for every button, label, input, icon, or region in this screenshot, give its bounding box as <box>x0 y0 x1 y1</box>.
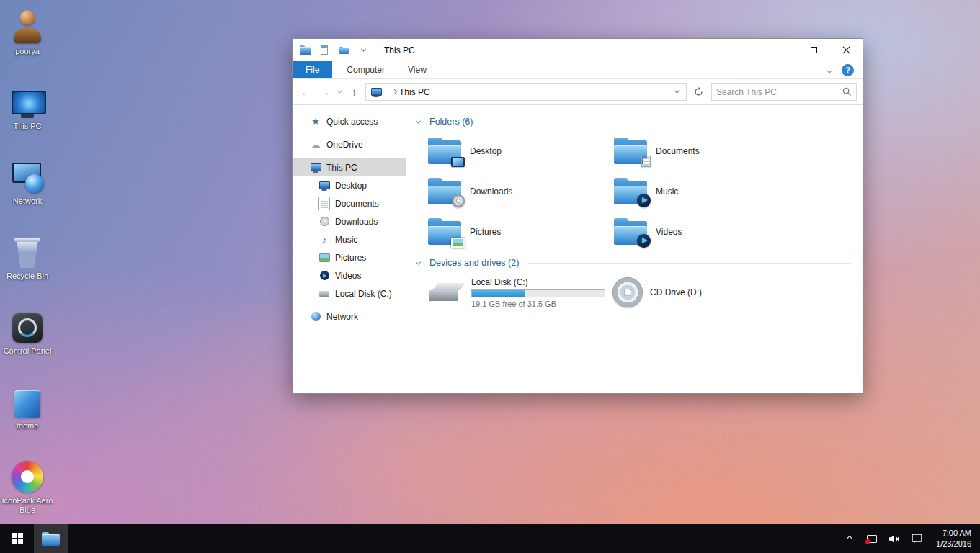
network-globe-icon <box>310 311 321 323</box>
sidebar-label: Videos <box>335 271 361 281</box>
tile-label: Desktop <box>470 146 502 156</box>
breadcrumb[interactable]: This PC <box>399 87 430 97</box>
desktop-icon-network[interactable]: Network <box>0 153 55 228</box>
folder-tile-music[interactable]: Music <box>610 171 796 212</box>
sidebar-item-desktop[interactable]: Desktop <box>293 176 406 194</box>
recent-locations-chevron-icon[interactable] <box>334 90 344 94</box>
search-input[interactable] <box>716 87 842 97</box>
tab-file[interactable]: File <box>293 61 332 78</box>
navigation-pane: Quick access OneDrive This PC Desktop Do… <box>293 105 406 393</box>
this-pc-icon <box>370 86 382 98</box>
desktop-icon-label: Recycle Bin <box>1 271 54 281</box>
desktop-icon-iconpack[interactable]: IconPack Aero Blue <box>0 452 55 527</box>
folder-tile-videos[interactable]: Videos <box>610 212 796 252</box>
drive-label: Local Disk (C:) <box>471 277 605 287</box>
breadcrumb-chevron-icon <box>393 90 396 94</box>
downloads-folder-icon <box>427 177 463 206</box>
tray-expand-chevron-icon[interactable] <box>844 533 855 544</box>
sidebar-item-quick-access[interactable]: Quick access <box>293 112 406 130</box>
windows-logo-icon <box>12 533 23 544</box>
sidebar-item-music[interactable]: Music <box>293 230 406 248</box>
start-button[interactable] <box>0 524 34 553</box>
capacity-fill <box>472 290 525 297</box>
desktop-icon-poorya[interactable]: poorya <box>0 3 55 78</box>
address-bar[interactable]: This PC <box>365 83 687 101</box>
sidebar-item-documents[interactable]: Documents <box>293 194 406 212</box>
music-note-icon <box>318 234 330 246</box>
desktop-icons: poorya This PC Network Recycle Bin Contr… <box>0 3 55 527</box>
tray-volume-muted-icon[interactable] <box>888 533 900 544</box>
desktop-background: poorya This PC Network Recycle Bin Contr… <box>0 0 980 524</box>
sidebar-label: Network <box>326 312 358 322</box>
collapse-chevron-icon[interactable] <box>416 120 427 124</box>
taskbar: 7:00 AM 1/23/2016 <box>0 524 980 553</box>
group-title: Devices and drives (2) <box>429 258 519 268</box>
close-icon <box>842 46 850 54</box>
desktop-icon-label: theme <box>1 421 54 431</box>
drive-tile-local-disk[interactable]: Local Disk (C:) 19.1 GB free of 31.5 GB <box>424 272 610 313</box>
sidebar-item-local-disk[interactable]: Local Disk (C:) <box>293 284 406 302</box>
folders-grid: Desktop Documents Downloads <box>424 131 851 252</box>
window-title: This PC <box>384 45 415 55</box>
close-button[interactable] <box>830 39 863 61</box>
help-button[interactable]: ? <box>842 64 854 76</box>
explorer-app-icon[interactable] <box>300 45 311 55</box>
document-icon <box>318 198 330 210</box>
sidebar-label: Documents <box>335 199 379 209</box>
sidebar-item-downloads[interactable]: Downloads <box>293 212 406 230</box>
sidebar-item-pictures[interactable]: Pictures <box>293 248 406 266</box>
tab-computer[interactable]: Computer <box>335 61 396 78</box>
sidebar-item-this-pc[interactable]: This PC <box>293 158 406 176</box>
folder-tile-documents[interactable]: Documents <box>610 131 796 171</box>
drive-tile-cd[interactable]: CD Drive (D:) <box>610 272 796 313</box>
sidebar-item-videos[interactable]: Videos <box>293 266 406 284</box>
group-title: Folders (6) <box>429 117 473 127</box>
desktop-icon-this-pc[interactable]: This PC <box>0 78 55 153</box>
file-list-area: Folders (6) Desktop Documents <box>406 105 863 393</box>
tab-view[interactable]: View <box>396 61 438 78</box>
computer-icon <box>11 91 44 118</box>
tile-label: Downloads <box>470 186 512 197</box>
tray-network-status-icon[interactable] <box>866 533 878 544</box>
address-dropdown-chevron-icon[interactable] <box>672 90 682 94</box>
qat-customize-chevron-icon[interactable] <box>357 44 370 57</box>
desktop-icon-control-panel[interactable]: Control Panel <box>0 302 55 377</box>
collapse-chevron-icon[interactable] <box>416 261 427 265</box>
desktop-icon-theme[interactable]: theme <box>0 377 55 452</box>
folder-tile-downloads[interactable]: Downloads <box>424 171 610 212</box>
navigation-bar: This PC <box>293 79 863 105</box>
sidebar-item-network[interactable]: Network <box>293 307 406 325</box>
recycle-bin-icon <box>14 236 40 268</box>
picture-icon <box>318 252 330 264</box>
computer-icon <box>310 162 321 174</box>
folder-tile-desktop[interactable]: Desktop <box>424 131 610 171</box>
taskbar-file-explorer-button[interactable] <box>34 524 68 553</box>
up-button[interactable] <box>345 83 363 101</box>
minimize-button[interactable] <box>765 39 798 61</box>
sidebar-item-onedrive[interactable]: OneDrive <box>293 135 406 153</box>
refresh-button[interactable] <box>689 83 708 101</box>
qat-properties-icon[interactable] <box>318 44 331 57</box>
ribbon-tabs: File Computer View ? <box>293 61 863 79</box>
tray-action-center-icon[interactable] <box>911 533 922 544</box>
taskbar-clock[interactable]: 7:00 AM 1/23/2016 <box>933 528 971 550</box>
sidebar-label: Downloads <box>335 217 378 227</box>
file-explorer-icon <box>42 532 60 546</box>
tile-label: Music <box>656 186 678 197</box>
sidebar-label: Local Disk (C:) <box>335 289 392 299</box>
tile-label: Documents <box>656 146 700 156</box>
back-button[interactable] <box>297 83 315 101</box>
maximize-button[interactable] <box>798 39 830 61</box>
forward-button[interactable] <box>316 83 334 101</box>
user-icon <box>12 10 43 43</box>
qat-new-folder-icon[interactable] <box>337 44 350 57</box>
devices-grid: Local Disk (C:) 19.1 GB free of 31.5 GB … <box>424 272 851 313</box>
ribbon-expand-chevron-icon[interactable] <box>827 63 832 76</box>
back-arrow-icon <box>300 86 311 98</box>
desktop-icon-recycle-bin[interactable]: Recycle Bin <box>0 228 55 302</box>
folder-tile-pictures[interactable]: Pictures <box>424 212 610 252</box>
desktop-icon-label: poorya <box>1 47 54 56</box>
sidebar-label: OneDrive <box>326 140 363 150</box>
videos-folder-icon <box>612 217 649 246</box>
window-controls <box>765 39 863 61</box>
